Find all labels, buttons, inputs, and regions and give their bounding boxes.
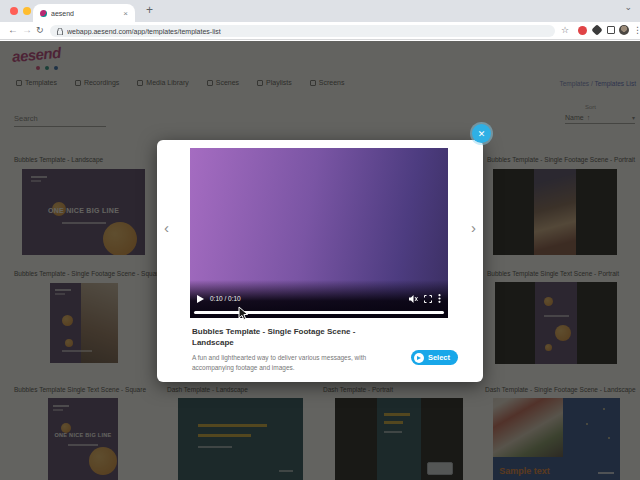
address-bar[interactable]: webapp.aesend.com/app/templates/template… (50, 25, 555, 37)
tab-title: aesend (51, 10, 74, 17)
close-icon[interactable]: ✕ (472, 124, 491, 143)
modal-description: A fun and lighthearted way to deliver va… (192, 353, 392, 373)
profile-avatar[interactable] (619, 25, 629, 35)
reload-button[interactable]: ↻ (36, 24, 44, 36)
video-time: 0:10 / 0:10 (210, 295, 241, 302)
mouse-cursor (238, 306, 249, 325)
browser-toolbar: ← → ↻ webapp.aesend.com/app/templates/te… (0, 22, 640, 40)
fullscreen-icon[interactable] (424, 289, 432, 307)
select-play-icon (414, 353, 424, 363)
back-button[interactable]: ← (8, 24, 18, 36)
bookmark-star-icon[interactable]: ☆ (561, 24, 569, 36)
url-text: webapp.aesend.com/app/templates/template… (67, 28, 221, 35)
tab-favicon-icon (40, 10, 47, 17)
extension-square-icon[interactable] (607, 26, 615, 34)
tab-search-chevron-icon[interactable]: ⌄ (624, 2, 632, 12)
play-icon[interactable] (197, 289, 204, 307)
tab-close-icon[interactable]: × (123, 9, 128, 18)
video-controls: 0:10 / 0:10 (197, 289, 441, 307)
next-template-arrow[interactable]: › (471, 220, 476, 235)
mute-icon[interactable] (409, 289, 418, 307)
select-button[interactable]: Select (411, 350, 458, 365)
previous-template-arrow[interactable]: ‹ (164, 220, 169, 235)
window-minimize-button[interactable] (23, 7, 31, 15)
select-label: Select (428, 353, 450, 362)
extension-pin-icon[interactable] (591, 24, 602, 35)
modal-title: Bubbles Template - Single Footage Scene … (192, 326, 377, 348)
video-progress-bar[interactable] (194, 311, 444, 314)
more-options-icon[interactable] (438, 289, 441, 307)
window-close-button[interactable] (10, 7, 18, 15)
browser-menu-icon[interactable]: ⋮ (633, 24, 640, 36)
template-preview-modal: ✕ ‹ › 0:10 / 0:10 Bubbles Template - Sin… (157, 140, 483, 382)
video-player[interactable]: 0:10 / 0:10 (190, 148, 448, 318)
lock-icon (57, 28, 63, 35)
extension-red-icon[interactable] (578, 26, 587, 35)
browser-tabstrip: aesend × + ⌄ (0, 0, 640, 22)
forward-button[interactable]: → (22, 24, 32, 36)
browser-tab[interactable]: aesend × (33, 4, 135, 22)
new-tab-button[interactable]: + (146, 3, 153, 17)
